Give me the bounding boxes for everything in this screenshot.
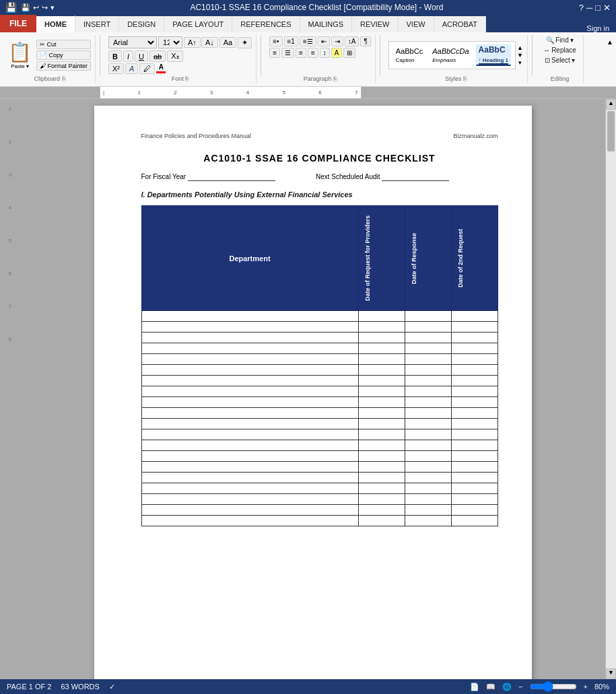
date-response-cell[interactable]	[405, 311, 451, 322]
tab-mailings[interactable]: MAILINGS	[300, 16, 353, 32]
date-2nd-cell[interactable]	[451, 451, 498, 462]
dept-cell[interactable]	[141, 333, 358, 343]
table-row[interactable]	[141, 440, 498, 451]
dept-cell[interactable]	[141, 343, 358, 354]
clipboard-expand-icon[interactable]: ⎘	[62, 75, 65, 82]
dept-cell[interactable]	[141, 473, 358, 483]
dept-cell[interactable]	[141, 516, 358, 526]
date-2nd-cell[interactable]	[451, 505, 498, 516]
increase-font-button[interactable]: A↑	[184, 37, 201, 48]
scroll-down-button[interactable]: ▼	[606, 668, 616, 679]
font-name-select[interactable]: Arial	[108, 36, 157, 48]
text-effects-button[interactable]: A	[125, 63, 138, 74]
table-row[interactable]	[141, 322, 498, 333]
zoom-out-button[interactable]: −	[518, 683, 522, 691]
date-response-cell[interactable]	[405, 365, 451, 376]
italic-button[interactable]: I	[123, 50, 133, 62]
date-response-cell[interactable]	[405, 343, 451, 354]
dept-cell[interactable]	[141, 365, 358, 376]
table-row[interactable]	[141, 386, 498, 397]
date-2nd-cell[interactable]	[451, 322, 498, 333]
date-response-cell[interactable]	[405, 473, 451, 483]
date-response-cell[interactable]	[405, 408, 451, 419]
shading-button[interactable]: A	[331, 48, 343, 58]
strikethrough-button[interactable]: ab	[149, 50, 166, 62]
date-response-cell[interactable]	[405, 419, 451, 429]
caption-style[interactable]: AaBbCcCaption	[393, 46, 425, 64]
styles-expand-icon[interactable]: ⎘	[463, 75, 467, 82]
bold-button[interactable]: B	[108, 50, 122, 62]
table-row[interactable]	[141, 365, 498, 376]
date-response-cell[interactable]	[405, 494, 451, 505]
date-request-cell[interactable]	[358, 516, 405, 526]
table-row[interactable]	[141, 494, 498, 505]
date-2nd-cell[interactable]	[451, 440, 498, 451]
date-2nd-cell[interactable]	[451, 311, 498, 322]
find-button[interactable]: 🔍 Find ▾	[546, 36, 573, 44]
date-2nd-cell[interactable]	[451, 376, 498, 386]
maximize-icon[interactable]: □	[595, 3, 601, 13]
cut-button[interactable]: ✂ Cut	[36, 40, 91, 49]
date-request-cell[interactable]	[358, 462, 405, 473]
table-row[interactable]	[141, 354, 498, 365]
multilevel-button[interactable]: ≡☰	[300, 36, 316, 46]
clear-format-button[interactable]: ✦	[238, 37, 252, 48]
format-painter-button[interactable]: 🖌 Format Painter	[36, 61, 91, 71]
date-2nd-cell[interactable]	[451, 462, 498, 473]
date-2nd-cell[interactable]	[451, 483, 498, 494]
replace-button[interactable]: ↔ Replace	[543, 46, 576, 54]
date-2nd-cell[interactable]	[451, 365, 498, 376]
next-audit-blank[interactable]	[382, 173, 449, 181]
close-icon[interactable]: ✕	[603, 3, 611, 13]
change-case-button[interactable]: Aa	[219, 37, 236, 48]
align-left-button[interactable]: ≡	[269, 48, 280, 58]
proofing-icon[interactable]: ✓	[109, 683, 115, 691]
increase-indent-button[interactable]: ⇥	[331, 36, 343, 46]
table-row[interactable]	[141, 408, 498, 419]
date-request-cell[interactable]	[358, 311, 405, 322]
dept-cell[interactable]	[141, 505, 358, 516]
dept-cell[interactable]	[141, 440, 358, 451]
help-icon[interactable]: ?	[579, 3, 584, 13]
tab-references[interactable]: REFERENCES	[232, 16, 300, 32]
date-request-cell[interactable]	[358, 419, 405, 429]
table-row[interactable]	[141, 451, 498, 462]
redo-icon[interactable]: ↪	[42, 3, 48, 12]
date-request-cell[interactable]	[358, 376, 405, 386]
heading1-style[interactable]: AaBbC↑ Heading 1	[476, 44, 511, 66]
date-response-cell[interactable]	[405, 376, 451, 386]
date-response-cell[interactable]	[405, 386, 451, 397]
dept-cell[interactable]	[141, 462, 358, 473]
select-button[interactable]: ⊡ Select ▾	[545, 57, 575, 64]
table-row[interactable]	[141, 462, 498, 473]
tab-view[interactable]: VIEW	[399, 16, 434, 32]
date-request-cell[interactable]	[358, 505, 405, 516]
date-response-cell[interactable]	[405, 333, 451, 343]
table-row[interactable]	[141, 311, 498, 322]
justify-button[interactable]: ≡	[308, 48, 318, 58]
tab-page-layout[interactable]: PAGE LAYOUT	[164, 16, 232, 32]
date-response-cell[interactable]	[405, 516, 451, 526]
table-row[interactable]	[141, 333, 498, 343]
table-row[interactable]	[141, 516, 498, 526]
align-center-button[interactable]: ☰	[281, 48, 294, 58]
date-request-cell[interactable]	[358, 386, 405, 397]
date-request-cell[interactable]	[358, 494, 405, 505]
date-request-cell[interactable]	[358, 343, 405, 354]
underline-button[interactable]: U	[135, 50, 148, 62]
date-response-cell[interactable]	[405, 322, 451, 333]
document-page[interactable]: Finance Policies and Procedures Manual B…	[94, 106, 532, 679]
date-request-cell[interactable]	[358, 408, 405, 419]
date-2nd-cell[interactable]	[451, 494, 498, 505]
date-2nd-cell[interactable]	[451, 386, 498, 397]
borders-button[interactable]: ⊞	[343, 48, 355, 58]
date-2nd-cell[interactable]	[451, 408, 498, 419]
date-request-cell[interactable]	[358, 322, 405, 333]
dept-cell[interactable]	[141, 376, 358, 386]
date-2nd-cell[interactable]	[451, 516, 498, 526]
tab-insert[interactable]: INSERT	[75, 16, 119, 32]
table-row[interactable]	[141, 419, 498, 429]
date-request-cell[interactable]	[358, 333, 405, 343]
undo-icon[interactable]: ↩	[33, 3, 39, 12]
table-row[interactable]	[141, 483, 498, 494]
